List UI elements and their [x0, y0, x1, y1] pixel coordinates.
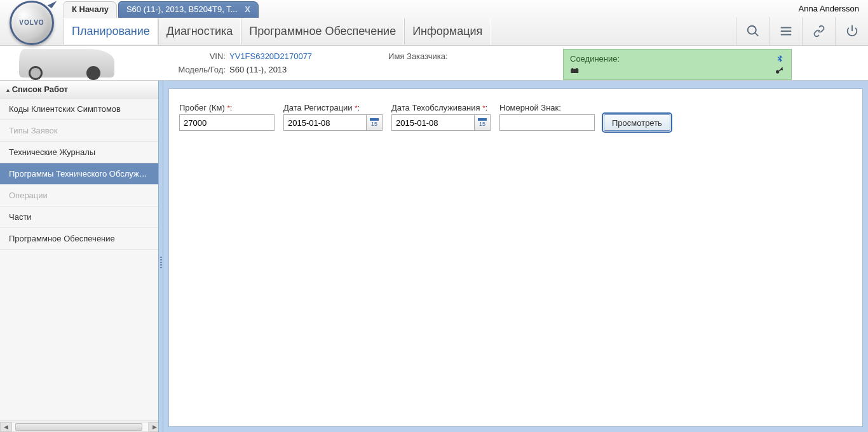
mileage-input[interactable] — [179, 114, 275, 131]
service-date-input[interactable] — [391, 114, 474, 131]
service-date-label: Дата Техобслуживания *: — [391, 103, 491, 112]
vin-value[interactable]: YV1FS6320D2170077 — [229, 51, 312, 61]
menu-button[interactable] — [769, 17, 802, 45]
sidebar-item-tech-journals[interactable]: Технические Журналы — [0, 142, 160, 163]
key-icon — [775, 65, 785, 76]
plate-input[interactable] — [499, 114, 595, 131]
svg-point-3 — [776, 70, 779, 73]
link-icon — [812, 24, 826, 38]
registration-date-input[interactable] — [283, 114, 366, 131]
registration-date-picker[interactable]: 15 — [366, 114, 383, 131]
tab-vehicle[interactable]: S60 (11-), 2013, B5204T9, T... X — [118, 1, 259, 18]
tab-label: S60 (11-), 2013, B5204T9, T... — [126, 4, 238, 14]
mileage-label: Пробег (Км) *: — [179, 103, 275, 112]
power-icon — [845, 24, 859, 38]
connection-label: Соединение: — [570, 54, 775, 64]
connection-status: Соединение: — [563, 49, 792, 80]
plate-label: Номерной Знак: — [499, 103, 595, 112]
customer-label: Имя Заказчика: — [388, 51, 447, 61]
svg-rect-1 — [572, 68, 573, 69]
scroll-thumb[interactable] — [15, 423, 142, 431]
search-icon — [746, 24, 760, 38]
sidebar-title: Список Работ — [12, 84, 68, 94]
search-button[interactable] — [736, 17, 769, 45]
battery-icon — [570, 65, 580, 76]
link-button[interactable] — [802, 17, 835, 45]
tab-label: К Началу — [72, 4, 109, 14]
sidebar-scrollbar[interactable]: ◀ ▶ — [0, 421, 160, 432]
registration-date-label: Дата Регистрации *: — [283, 103, 383, 112]
nav-planning[interactable]: Планирование — [64, 18, 158, 44]
sidebar-item-request-types: Типы Заявок — [0, 120, 160, 142]
sidebar-item-maintenance-programs[interactable]: Программы Технического Обслуживания — [0, 163, 160, 185]
current-user: Anna Andersson — [799, 4, 859, 13]
nav-information[interactable]: Информация — [404, 18, 491, 44]
vehicle-thumbnail — [19, 49, 114, 78]
view-button[interactable]: Просмотреть — [604, 114, 670, 131]
nav-diagnostics[interactable]: Диагностика — [158, 18, 241, 44]
sidebar-header[interactable]: Список Работ — [0, 81, 160, 98]
sidebar-item-software[interactable]: Программное Обеспечение — [0, 228, 160, 250]
scroll-left-icon[interactable]: ◀ — [0, 422, 11, 432]
splitter-handle[interactable] — [158, 81, 163, 432]
power-button[interactable] — [835, 17, 868, 45]
calendar-icon: 15 — [479, 121, 485, 127]
sidebar-item-parts[interactable]: Части — [0, 206, 160, 228]
service-date-picker[interactable]: 15 — [474, 114, 491, 131]
sidebar-item-operations: Операции — [0, 185, 160, 206]
close-icon[interactable]: X — [245, 4, 250, 14]
volvo-logo: VOLVO — [10, 1, 54, 45]
sidebar-item-csc[interactable]: Коды Клиентских Симптомов — [0, 98, 160, 120]
bluetooth-icon — [775, 54, 785, 64]
model-value: S60 (11-), 2013 — [229, 65, 287, 74]
nav-software[interactable]: Программное Обеспечение — [241, 18, 404, 44]
calendar-icon: 15 — [371, 121, 377, 127]
model-label: Модель/Год: — [165, 65, 226, 74]
svg-rect-2 — [576, 68, 578, 69]
svg-rect-0 — [571, 69, 578, 73]
tab-home[interactable]: К Началу — [64, 1, 117, 18]
vin-label: VIN: — [165, 51, 226, 61]
menu-icon — [779, 24, 793, 38]
